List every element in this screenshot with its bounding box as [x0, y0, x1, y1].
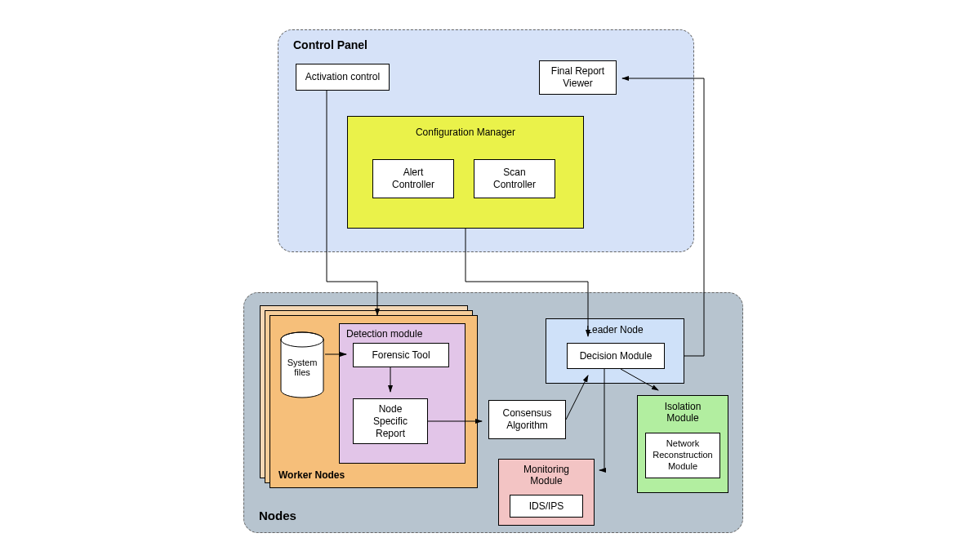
ids-ips-box: IDS/IPS — [510, 495, 583, 518]
scan-controller-box: Scan Controller — [474, 159, 555, 198]
configuration-manager-title: Configuration Manager — [348, 127, 583, 138]
system-files-cylinder: System files — [279, 331, 325, 398]
activation-control-label: Activation control — [305, 71, 380, 83]
final-report-viewer-label: Final Report Viewer — [551, 65, 604, 90]
monitoring-module-title: Monitoring Module — [499, 464, 594, 487]
decision-module-box: Decision Module — [567, 343, 665, 369]
detection-module-title: Detection module — [346, 328, 422, 340]
node-specific-report-box: Node Specific Report — [353, 398, 428, 444]
node-specific-report-label: Node Specific Report — [373, 403, 408, 440]
diagram-stage: Control Panel Activation control Final R… — [0, 0, 980, 551]
system-files-label: System files — [279, 358, 325, 377]
scan-controller-label: Scan Controller — [493, 167, 536, 191]
worker-nodes-title: Worker Nodes — [278, 469, 345, 481]
final-report-viewer-box: Final Report Viewer — [539, 60, 617, 95]
consensus-algorithm-box: Consensus Algorithm — [488, 400, 566, 439]
leader-node-title: Leader Node — [546, 324, 684, 335]
ids-ips-label: IDS/IPS — [529, 500, 564, 513]
alert-controller-label: Alert Controller — [392, 167, 434, 191]
network-reconstruction-box: Network Reconstruction Module — [645, 433, 720, 478]
isolation-module-title: Isolation Module — [638, 401, 728, 424]
nodes-panel-title: Nodes — [259, 509, 296, 522]
network-reconstruction-label: Network Reconstruction Module — [653, 438, 712, 472]
forensic-tool-label: Forensic Tool — [372, 349, 430, 362]
alert-controller-box: Alert Controller — [372, 159, 454, 198]
decision-module-label: Decision Module — [580, 350, 653, 362]
forensic-tool-box: Forensic Tool — [353, 343, 449, 367]
control-panel-title: Control Panel — [293, 38, 368, 51]
consensus-algorithm-label: Consensus Algorithm — [502, 407, 551, 432]
activation-control-box: Activation control — [296, 64, 390, 91]
